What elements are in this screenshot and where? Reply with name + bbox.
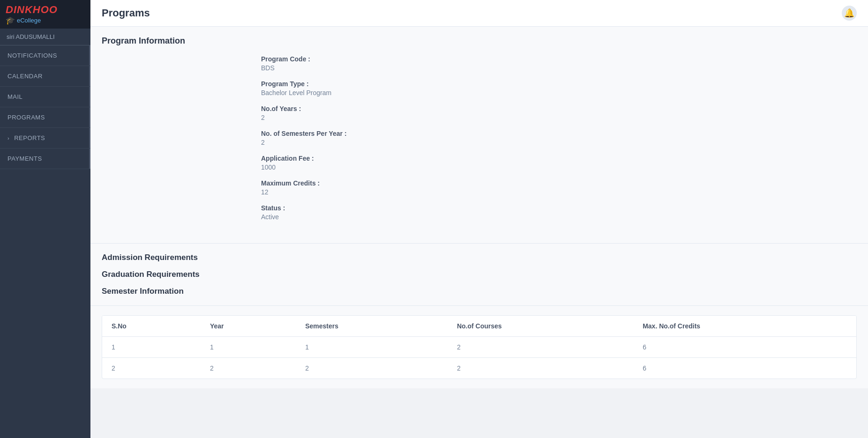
cell-credits: 6 (633, 337, 856, 358)
admission-requirements-link[interactable]: Admission Requirements (102, 249, 857, 266)
cell-sno: 1 (102, 337, 201, 358)
graduation-requirements-link[interactable]: Graduation Requirements (102, 266, 857, 283)
info-label-status: Status : (261, 204, 857, 212)
sidebar-item-label: NOTIFICATIONS (7, 52, 57, 59)
logo-brand: DINKHOO (6, 4, 58, 16)
semester-table: S.No Year Semesters No.of Courses Max. N… (102, 316, 856, 379)
sidebar-item-mail[interactable]: MAIL (0, 87, 90, 107)
sidebar-item-calendar[interactable]: CALENDAR (0, 66, 90, 87)
info-label-max-credits: Maximum Credits : (261, 179, 857, 187)
sidebar-item-label: REPORTS (14, 134, 45, 141)
info-row-status: Status : Active (261, 204, 857, 221)
col-courses: No.of Courses (448, 316, 633, 337)
sidebar-logo: DINKHOO 🎓 eCollege (0, 0, 90, 29)
main-header: Programs 🔔 (90, 0, 868, 27)
topbar-right: 🔔 (842, 6, 857, 21)
page-title: Programs (102, 7, 150, 19)
info-value-semesters-per-year: 2 (261, 139, 857, 146)
program-info-section: Program Information Program Code : BDS P… (90, 27, 868, 244)
main-content: Programs 🔔 Program Information Program C… (90, 0, 868, 438)
info-label-years: No.of Years : (261, 105, 857, 112)
col-year: Year (201, 316, 296, 337)
info-label-semesters-per-year: No. of Semesters Per Year : (261, 130, 857, 137)
cell-courses: 2 (448, 337, 633, 358)
semester-table-section: S.No Year Semesters No.of Courses Max. N… (90, 306, 868, 388)
col-credits: Max. No.of Credits (633, 316, 856, 337)
info-value-program-type: Bachelor Level Program (261, 89, 857, 97)
col-sno: S.No (102, 316, 201, 337)
sidebar-item-label: CALENDAR (7, 73, 43, 80)
info-row-max-credits: Maximum Credits : 12 (261, 179, 857, 196)
info-row-semesters-per-year: No. of Semesters Per Year : 2 (261, 130, 857, 146)
cell-credits: 6 (633, 358, 856, 379)
semester-information-link[interactable]: Semester Information (102, 283, 857, 300)
info-value-max-credits: 12 (261, 188, 857, 196)
cell-year: 2 (201, 358, 296, 379)
logo-sub: 🎓 eCollege (6, 16, 41, 25)
program-info-grid: Program Code : BDS Program Type : Bachel… (261, 55, 857, 221)
table-header-row: S.No Year Semesters No.of Courses Max. N… (102, 316, 856, 337)
col-semesters: Semesters (296, 316, 448, 337)
cell-courses: 2 (448, 358, 633, 379)
section-links: Admission Requirements Graduation Requir… (90, 244, 868, 306)
sidebar-item-label: MAIL (7, 93, 22, 100)
program-info-heading: Program Information (102, 36, 857, 46)
info-row-application-fee: Application Fee : 1000 (261, 155, 857, 171)
info-label-program-type: Program Type : (261, 80, 857, 88)
sidebar-user: siri ADUSUMALLI (0, 29, 90, 45)
info-row-program-code: Program Code : BDS (261, 55, 857, 72)
semester-table-wrapper: S.No Year Semesters No.of Courses Max. N… (102, 315, 857, 379)
table-row: 1 1 1 2 6 (102, 337, 856, 358)
sidebar-item-payments[interactable]: PAYMENTS (0, 148, 90, 169)
cell-semesters: 1 (296, 337, 448, 358)
table-row: 2 2 2 2 6 (102, 358, 856, 379)
cell-sno: 2 (102, 358, 201, 379)
sidebar-item-notifications[interactable]: NOTIFICATIONS (0, 45, 90, 66)
cell-semesters: 2 (296, 358, 448, 379)
sidebar-item-programs[interactable]: PROGRAMS (0, 107, 90, 128)
info-row-years: No.of Years : 2 (261, 105, 857, 121)
sidebar-nav: NOTIFICATIONS CALENDAR MAIL PROGRAMS › R… (0, 45, 90, 438)
sidebar: DINKHOO 🎓 eCollege siri ADUSUMALLI NOTIF… (0, 0, 90, 438)
sidebar-item-reports[interactable]: › REPORTS (0, 128, 90, 148)
info-label-application-fee: Application Fee : (261, 155, 857, 162)
sidebar-item-label: PROGRAMS (7, 114, 45, 121)
info-value-status: Active (261, 213, 857, 221)
logo-sub-text: eCollege (17, 17, 41, 24)
info-value-years: 2 (261, 114, 857, 121)
info-value-program-code: BDS (261, 64, 857, 72)
cap-icon: 🎓 (6, 16, 15, 25)
sidebar-item-label: PAYMENTS (7, 155, 42, 162)
cell-year: 1 (201, 337, 296, 358)
info-label-program-code: Program Code : (261, 55, 857, 63)
chevron-right-icon: › (7, 135, 9, 141)
info-row-program-type: Program Type : Bachelor Level Program (261, 80, 857, 97)
info-value-application-fee: 1000 (261, 163, 857, 171)
bell-icon[interactable]: 🔔 (842, 6, 857, 21)
